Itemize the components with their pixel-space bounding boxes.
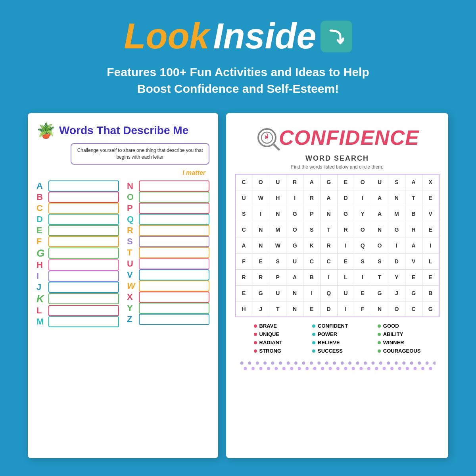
svg-point-50 <box>421 367 424 370</box>
ws-cell: T <box>269 301 286 317</box>
svg-point-47 <box>410 361 413 365</box>
svg-point-53 <box>433 361 436 365</box>
ws-cell: Q <box>320 285 337 301</box>
word-dot <box>378 333 381 336</box>
input-l[interactable] <box>48 305 119 316</box>
input-d[interactable] <box>48 214 119 225</box>
input-q[interactable] <box>139 214 209 225</box>
input-v[interactable] <box>139 269 209 280</box>
svg-point-8 <box>259 367 263 370</box>
input-z[interactable] <box>139 314 209 325</box>
input-t[interactable] <box>139 247 209 258</box>
svg-point-32 <box>352 367 355 370</box>
ws-cell: D <box>388 253 405 269</box>
input-n[interactable] <box>139 180 209 192</box>
letter-i: I <box>36 271 46 281</box>
svg-point-45 <box>402 361 405 365</box>
input-j[interactable] <box>48 282 119 293</box>
ws-cell: V <box>422 206 439 222</box>
input-a[interactable] <box>48 180 119 192</box>
arrow-box <box>321 21 352 52</box>
letter-row: C <box>36 203 119 214</box>
svg-point-33 <box>356 361 359 365</box>
word-item: POWER <box>312 331 348 337</box>
word-label: POWER <box>318 331 337 337</box>
ws-cell: H <box>269 190 286 206</box>
svg-point-34 <box>359 367 363 370</box>
input-b[interactable] <box>48 192 119 203</box>
ws-cell: N <box>269 206 286 222</box>
letter-row: W <box>127 280 209 292</box>
ws-cell: B <box>303 269 321 285</box>
ws-cell: A <box>405 174 422 190</box>
svg-point-10 <box>267 367 270 370</box>
input-f[interactable] <box>48 236 119 247</box>
letter-z: Z <box>127 314 136 324</box>
word-dot <box>378 341 381 344</box>
input-i[interactable] <box>48 271 119 282</box>
input-g[interactable] <box>48 248 119 259</box>
letter-f: F <box>36 236 46 247</box>
ws-cell: I <box>337 301 354 317</box>
svg-point-35 <box>364 361 367 365</box>
letter-p: P <box>127 203 136 213</box>
svg-point-48 <box>414 367 417 370</box>
ws-cell: C <box>303 253 321 269</box>
ws-cell: B <box>405 206 422 222</box>
letter-row: Y <box>127 303 209 314</box>
input-p[interactable] <box>139 203 209 214</box>
word-label: BRAVE <box>259 323 277 329</box>
letter-row: G <box>36 247 119 259</box>
ws-cell: G <box>371 285 388 301</box>
ws-cell: I <box>252 206 269 222</box>
ws-cell: G <box>286 206 303 222</box>
ws-cell: N <box>371 222 388 238</box>
ws-cell: O <box>354 174 371 190</box>
input-e[interactable] <box>48 225 119 236</box>
ws-cell: H <box>235 301 252 317</box>
word-dot <box>312 349 315 353</box>
letter-row: O <box>127 192 209 203</box>
word-item: WINNER <box>378 340 421 345</box>
ws-cell: W <box>252 190 269 206</box>
input-w[interactable] <box>139 280 209 292</box>
input-x[interactable] <box>139 292 209 303</box>
letter-s: S <box>127 236 136 247</box>
ws-cell: E <box>422 269 439 285</box>
ws-cell: E <box>252 253 269 269</box>
word-label: BELIEVE <box>318 340 340 345</box>
svg-point-26 <box>329 367 332 370</box>
svg-point-25 <box>325 361 328 365</box>
input-m[interactable] <box>48 316 119 327</box>
header: Look Inside Features 100+ Fun Activities… <box>0 0 476 101</box>
ws-cell: I <box>354 269 371 285</box>
input-s[interactable] <box>139 236 209 247</box>
ws-cell: G <box>388 222 405 238</box>
input-y[interactable] <box>139 303 209 314</box>
i-matter: I matter <box>36 169 209 177</box>
word-item: BRAVE <box>254 323 283 329</box>
input-c[interactable] <box>48 203 119 214</box>
input-h[interactable] <box>48 259 119 271</box>
input-o[interactable] <box>139 192 209 203</box>
input-r[interactable] <box>139 225 209 236</box>
ws-cell: F <box>354 301 371 317</box>
ws-cell: N <box>252 238 269 253</box>
svg-point-20 <box>305 367 309 370</box>
input-k[interactable] <box>48 293 119 304</box>
ws-cell: A <box>286 269 303 285</box>
svg-point-5 <box>248 361 251 365</box>
look-inside-line: Look Inside <box>0 16 476 57</box>
svg-point-6 <box>251 367 255 370</box>
svg-point-7 <box>256 361 259 365</box>
word-item: SUCCESS <box>312 348 348 354</box>
ws-cell: A <box>371 190 388 206</box>
ws-cell: O <box>252 174 269 190</box>
word-label: RADIANT <box>259 340 283 345</box>
find-words-text: Find the words listed below and circle t… <box>235 164 440 170</box>
svg-point-43 <box>395 361 398 365</box>
ws-cell: U <box>269 285 286 301</box>
ws-cell: T <box>320 222 337 238</box>
input-u[interactable] <box>139 258 209 269</box>
svg-point-30 <box>344 367 347 370</box>
